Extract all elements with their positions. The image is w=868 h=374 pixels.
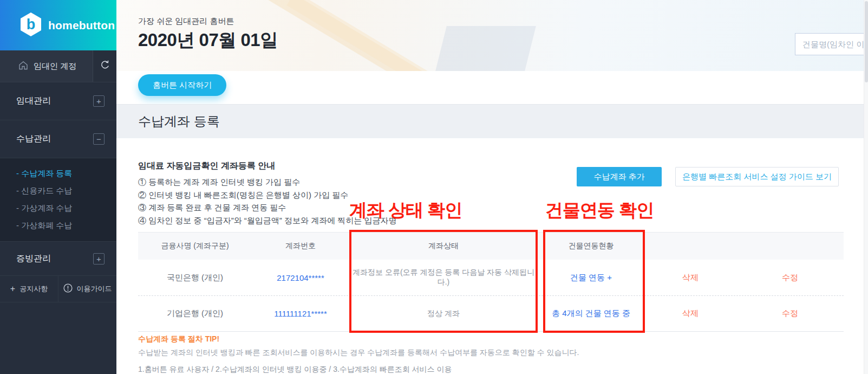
home-icon [18,61,28,72]
svg-text:b: b [27,16,36,33]
account-label: 임대인 계정 [34,61,76,72]
menu-label: 수납관리 [16,133,51,145]
sidebar-util-row: + 공지사항 이용가이드 [0,276,116,302]
scrollbar-thumb[interactable] [865,1,868,82]
col-header-bank: 금융사명 (계좌구분) [138,241,252,251]
bank-name: 기업은행 (개인) [138,308,252,319]
sidebar-item-landlord-account[interactable]: 임대인 계정 [0,50,93,82]
sidebar-item-account-register[interactable]: - 수납계좌 등록 [0,165,116,182]
brand-name: homebutton [48,19,115,32]
info-icon [63,283,73,294]
refresh-icon [100,60,110,73]
add-collection-account-button[interactable]: 수납계좌 추가 [577,167,662,186]
sidebar-item-evidence-management[interactable]: 증빙관리 + [0,242,116,276]
menu-label: 증빙관리 [16,253,51,265]
collection-submenu: - 수납계좌 등록 - 신용카드 수납 - 가상계좌 수납 - 가상화폐 수납 [0,158,116,242]
plus-toggle-icon[interactable]: + [93,253,105,265]
bank-name: 국민은행 (개인) [138,273,252,283]
hero-decoration [434,26,536,71]
sidebar-item-crypto[interactable]: - 가상화폐 수납 [0,217,116,234]
bank-quick-inquiry-guide-button[interactable]: 은행별 빠른조회 서비스 설정 가이드 보기 [675,167,839,186]
refresh-button[interactable] [93,50,116,82]
edit-link[interactable]: 수정 [782,308,798,318]
brand-logo[interactable]: b homebutton [0,0,116,50]
main-content: 가장 쉬운 임대관리 홈버튼 2020년 07월 01일 홈버튼 시작하기 수납… [116,0,868,374]
account-number-link[interactable]: 2172104***** [277,273,324,282]
sidebar-item-credit-card[interactable]: - 신용카드 수납 [0,182,116,199]
plus-icon: + [10,284,15,294]
notice-label: 공지사항 [19,284,48,294]
guide-label: 이용가이드 [77,284,112,294]
sidebar-item-collection-management[interactable]: 수납관리 − [0,120,116,158]
account-row: 임대인 계정 [0,50,116,82]
delete-link[interactable]: 삭제 [682,308,699,318]
usage-guide-button[interactable]: 이용가이드 [58,276,116,302]
tip-description: 수납받는 계좌의 인터넷 뱅킹과 빠른 조회서비스를 이용하시는 경우 수납계좌… [138,348,579,358]
sidebar-item-rental-management[interactable]: 임대관리 + [0,82,116,120]
annotation-box-building-link [543,230,645,333]
delete-link[interactable]: 삭제 [682,273,699,282]
guide-item: ① 등록하는 계좌 계좌 인터넷 뱅킹 가입 필수 [138,176,397,189]
guide-title: 임대료 자동입금확인 계좌등록 안내 [138,160,397,172]
service-tagline: 가장 쉬운 임대관리 홈버튼 [138,16,234,27]
page-title-date: 2020년 07월 01일 [138,28,278,53]
annotation-box-account-status [349,230,538,333]
notice-button[interactable]: + 공지사항 [0,276,58,302]
homebutton-hexagon-icon: b [19,12,42,39]
menu-label: 임대관리 [16,95,51,107]
sidebar: b homebutton 임대인 계정 임대관리 + 수 [0,0,116,374]
annotation-account-status: 계좌 상태 확인 [349,198,462,223]
start-homebutton-button[interactable]: 홈버튼 시작하기 [138,74,226,96]
minus-toggle-icon[interactable]: − [93,133,105,145]
tip-title: 수납계좌 등록 절차 TIP! [138,334,579,344]
building-search-input[interactable] [795,33,868,55]
sidebar-item-virtual-account[interactable]: - 가상계좌 수납 [0,199,116,217]
account-number-link[interactable]: 111111121***** [274,309,327,318]
annotation-building-link: 건물연동 확인 [545,198,654,223]
edit-link[interactable]: 수정 [782,273,798,282]
plus-toggle-icon[interactable]: + [93,95,105,107]
section-band: 수납계좌 등록 [116,104,868,138]
page-scrollbar[interactable] [864,0,868,374]
tip-section: 수납계좌 등록 절차 TIP! 수납받는 계좌의 인터넷 뱅킹과 빠른 조회서비… [138,334,579,374]
section-title: 수납계좌 등록 [138,113,220,130]
col-header-account-no: 계좌번호 [252,241,349,251]
tip-conditions: 1.홈버튼 유료 사용자 / 2.수납계좌의 인터넷 뱅킹 이용중 / 3.수납… [138,365,579,374]
